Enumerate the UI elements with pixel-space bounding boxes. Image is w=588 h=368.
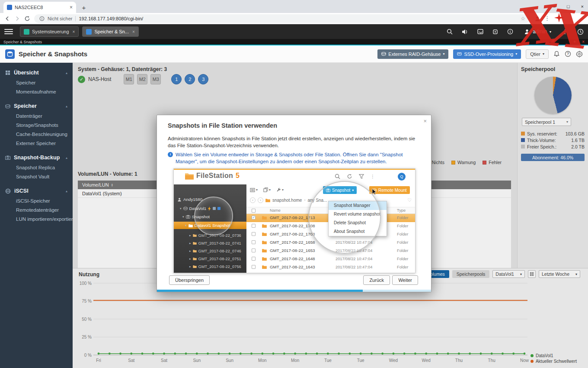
main-menu-icon[interactable] — [4, 29, 13, 34]
sidebar-item-datentraeger[interactable]: Datenträger — [0, 112, 73, 121]
sidebar-item-momentaufnahme[interactable]: Momentaufnahme — [0, 87, 73, 97]
refresh-icon[interactable] — [347, 174, 352, 179]
file-row[interactable]: GMT_2017-08-22_1643 2017/08/22 10:47:04 … — [246, 263, 415, 271]
address-bar[interactable]: Nicht sicher 192.168.177.149:8080/cgi-bi… — [34, 14, 530, 23]
window-maximize-button[interactable]: □ — [567, 4, 570, 9]
forward-button[interactable]: › — [258, 197, 263, 203]
next-button[interactable]: Weiter — [392, 275, 418, 285]
sidebar-item-snapshot-replica[interactable]: Snapshot Replica — [0, 163, 73, 172]
sidebar-group-iscsi[interactable]: iSCSI ▴ — [0, 185, 73, 197]
file-row[interactable]: GMT_2017-08-22_1648 2017/08/22 10:47:04 … — [246, 255, 415, 263]
row-checkbox[interactable] — [252, 224, 256, 228]
menu-item-delete-snapshot[interactable]: Delete Snapshot — [329, 219, 387, 227]
row-checkbox[interactable]: ✓ — [252, 216, 256, 220]
dialog-tip: i Wählen Sie ein Volume entweder in Stor… — [168, 152, 420, 165]
folder-icon — [262, 257, 267, 261]
sidebar-item-storage-snapshots[interactable]: Storage/Snapshots — [0, 121, 73, 130]
row-checkbox[interactable] — [252, 249, 256, 252]
dashboard-icon[interactable] — [577, 29, 584, 35]
filter-icon[interactable] — [359, 174, 364, 179]
settings-gear-icon[interactable] — [576, 51, 583, 58]
breadcrumb-item[interactable]: snapshot.home — [272, 198, 302, 203]
file-row[interactable]: GMT_2017-08-22_1653 2017/08/22 10:47:04 … — [246, 247, 415, 255]
menu-item-snapshot-manager[interactable]: Snapshot Manager — [329, 201, 387, 210]
browser-tab[interactable]: NAS2CEEC8 × — [3, 2, 76, 13]
column-name[interactable]: Name — [270, 208, 281, 213]
tab-close-icon[interactable]: × — [132, 29, 135, 34]
tree-item-device[interactable]: Andy1580 — [174, 196, 246, 203]
tree-item-gmt-snapshot[interactable]: ▸GMT_2017-08-22_0741 — [174, 239, 246, 247]
search-icon[interactable] — [335, 174, 340, 179]
menu-item-revert-volume-snapshot[interactable]: Revert volume snapshot — [329, 210, 387, 219]
sidebar-item-snapshot-vault[interactable]: Snapshot Vault — [0, 172, 73, 181]
browser-forward-button[interactable] — [14, 16, 20, 22]
skip-button[interactable]: Überspringen — [169, 275, 210, 285]
bell-icon[interactable] — [553, 51, 560, 57]
new-tab-button[interactable]: + — [79, 2, 89, 13]
menu-item-about-snapshot[interactable]: About Snapshot — [329, 227, 387, 236]
sidebar-item-externer-speicher[interactable]: Externer Speicher — [0, 139, 73, 148]
browser-back-button[interactable] — [4, 16, 10, 22]
volume-icon[interactable] — [462, 29, 468, 35]
sidebar-item-remotedatentraeger[interactable]: Remotedatenträger — [0, 206, 73, 215]
tree-item-gmt-snapshot[interactable]: ▸GMT_2017-08-22_0751 — [174, 255, 246, 262]
row-checkbox[interactable] — [252, 265, 256, 269]
tools-wrench-button[interactable]: ▾ — [276, 187, 284, 192]
ssd-over-provisioning-button[interactable]: SSD-Over-Provisioning ▾ — [453, 49, 521, 59]
user-menu[interactable]: admin ▾ — [522, 29, 553, 35]
column-type[interactable]: Type — [397, 208, 406, 213]
notifications-icon[interactable] — [507, 29, 513, 35]
background-tasks-icon[interactable] — [477, 29, 483, 34]
file-row[interactable]: GMT_2017-08-22_1658 2017/08/22 10:47:04 … — [246, 239, 415, 247]
tab-close-icon[interactable]: × — [70, 4, 73, 10]
tree-item-snapshot[interactable]: ▾ Snapshot — [174, 213, 246, 220]
tree-item-datavol1-snapshot[interactable]: ▾ Datavol1 Snapshot — [174, 222, 246, 229]
sidebar-group-speicher[interactable]: Speicher ▴ — [0, 100, 73, 112]
tree-item-gmt-snapshot[interactable]: ▸GMT_2017-08-22_0736 — [174, 232, 246, 239]
window-close-icon[interactable]: × — [582, 39, 585, 44]
more-options-icon[interactable]: ⋮ — [371, 174, 375, 179]
chevron-up-icon: ▴ — [66, 189, 67, 193]
sidebar-group-snapshot-backup[interactable]: Snapshot-Backup ▴ — [0, 152, 73, 163]
copy-button[interactable]: ▾ — [263, 187, 271, 192]
browser-refresh-button[interactable] — [24, 16, 30, 22]
tree-item-gmt-snapshot[interactable]: ▸GMT_2017-08-22_0746 — [174, 247, 246, 255]
tree-item-datavol1[interactable]: ▾ DataVol1 — [174, 205, 246, 212]
window-close-button[interactable]: × — [581, 4, 584, 9]
bookmark-star-icon[interactable]: ☆ — [521, 16, 525, 22]
app-tab-systemsteuerung[interactable]: Systemsteuerung × — [20, 26, 79, 37]
tree-item-gmt-snapshot[interactable]: ▸GMT_2017-08-22_0756 — [174, 263, 246, 270]
app-tab-speicher-snapshots[interactable]: Speicher & Sn... × — [82, 26, 138, 37]
favorite-heart-icon[interactable]: ♡ — [407, 197, 412, 203]
folder-icon — [262, 240, 267, 244]
tree-item-gmt-snapshot[interactable]: ▸GMT_2017-08-22_0801 — [174, 271, 246, 273]
qtier-button[interactable]: Qtier ▾ — [526, 49, 549, 59]
tab-close-icon[interactable]: × — [73, 29, 75, 34]
breadcrumb-item[interactable]: any Sna... — [307, 198, 327, 203]
sidebar-item-iscsi-speicher[interactable]: iSCSI-Speicher — [0, 197, 73, 206]
sidebar-group-uebersicht[interactable]: Übersicht ▴ — [0, 67, 73, 78]
external-device-icon[interactable] — [492, 29, 498, 35]
qnap-account-icon[interactable]: Q — [398, 173, 406, 181]
view-mode-button[interactable]: ▾ — [250, 188, 258, 192]
browser-menu-icon[interactable]: ⋮ — [544, 15, 550, 22]
sidebar-item-cache-beschleunigung[interactable]: Cache-Beschleunigung — [0, 130, 73, 139]
row-checkbox[interactable] — [252, 232, 256, 236]
row-checkbox[interactable] — [252, 257, 256, 261]
dialog-close-icon[interactable]: × — [423, 118, 427, 124]
window-add-icon[interactable]: + — [573, 39, 576, 44]
help-icon[interactable]: ? — [565, 51, 571, 57]
sidebar-item-speicher[interactable]: Speicher — [0, 78, 73, 87]
browser-profile-icon[interactable] — [534, 16, 540, 22]
site-info-icon[interactable] — [39, 16, 45, 21]
back-button[interactable]: Zurück — [363, 275, 390, 285]
select-all-checkbox[interactable] — [252, 209, 256, 213]
snapshot-dropdown-button[interactable]: Snapshot ▾ — [323, 186, 357, 194]
more-options-icon[interactable]: ⋮ — [562, 28, 568, 35]
search-icon[interactable] — [447, 29, 453, 35]
row-checkbox[interactable] — [252, 240, 256, 244]
back-button[interactable]: ‹ — [250, 197, 256, 203]
external-raid-button[interactable]: Externes RAID-Gehäuse ▾ — [377, 49, 448, 59]
window-minimize-button[interactable]: – — [553, 4, 556, 9]
sidebar-item-lun-import-export[interactable]: LUN importieren/exportier — [0, 215, 73, 224]
